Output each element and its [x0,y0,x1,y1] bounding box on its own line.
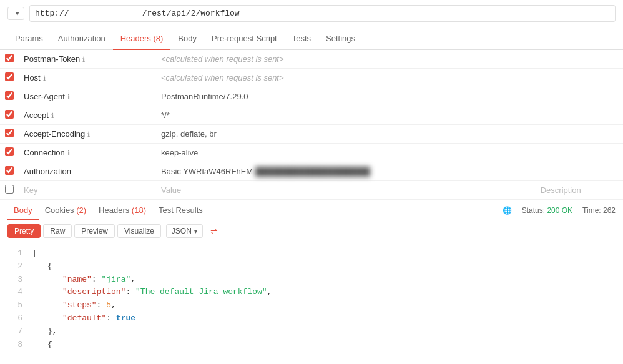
header-desc-cell [536,69,623,87]
response-tab-test-results[interactable]: Test Results [152,200,209,220]
line-number: 8 [5,338,22,352]
header-row: Acceptℹ*/* [0,106,623,125]
method-select[interactable]: ▾ [7,7,24,20]
tab-params[interactable]: Params [7,27,51,49]
line-number: 5 [5,299,22,312]
line-content: "default": true [32,312,618,325]
header-row: Postman-Tokenℹ<calculated when request i… [0,50,623,69]
info-icon: ℹ [87,130,90,138]
header-value-cell: gzip, deflate, br [156,125,536,144]
info-icon: ℹ [43,74,46,82]
headers-section: Postman-Tokenℹ<calculated when request i… [0,50,623,200]
header-row: Hostℹ<calculated when request is sent> [0,69,623,87]
time-value: 262 [603,206,616,215]
header-value-cell: keep-alive [156,144,536,162]
header-key-cell: Authorization [19,162,156,181]
header-key-cell: Accept-Encodingℹ [19,125,156,144]
header-desc-cell [536,125,623,144]
json-chevron-icon: ▾ [194,228,197,235]
format-bar: PrettyRawPreviewVisualizeJSON ▾⇌ [0,220,623,242]
header-checkbox-2[interactable] [5,91,14,100]
header-key-cell: Postman-Tokenℹ [19,50,156,69]
header-row: AuthorizationBasic YWRtaW46RFhEM ███████… [0,162,623,181]
header-key-cell: User-Agentℹ [19,87,156,106]
response-section: BodyCookies (2)Headers (18)Test Results … [0,200,623,356]
time-label: Time: 262 [582,206,616,215]
line-content: }, [32,325,618,338]
code-line: 6"default": true [0,312,623,325]
filter-icon[interactable]: ⇌ [210,226,218,236]
header-value-cell: Basic YWRtaW46RFhEM ████████████████████ [156,162,536,181]
tab-pre-request-script[interactable]: Pre-request Script [204,27,285,49]
tab-authorization[interactable]: Authorization [51,27,113,49]
line-content: "steps": 5, [32,299,618,312]
empty-row-checkbox[interactable] [5,185,14,194]
code-line: 5"steps": 5, [0,299,623,312]
header-checkbox-1[interactable] [5,72,14,81]
header-desc-cell [536,144,623,162]
tab-tests[interactable]: Tests [285,27,318,49]
header-value-cell: */* [156,106,536,125]
code-line: 8{ [0,338,623,352]
line-number: 6 [5,312,22,325]
header-checkbox-0[interactable] [5,54,14,62]
tab-settings[interactable]: Settings [318,27,363,49]
header-desc-cell [536,106,623,125]
header-row: Connectionℹkeep-alive [0,144,623,162]
format-btn-pretty[interactable]: Pretty [7,224,41,238]
blurred-auth-value: ████████████████████ [255,167,370,176]
method-chevron-icon: ▾ [16,10,19,17]
header-desc-cell [536,87,623,106]
info-icon: ℹ [82,56,85,63]
format-btn-visualize[interactable]: Visualize [117,224,161,238]
header-empty-row: Key Value Description [0,181,623,200]
globe-icon: 🌐 [503,206,512,215]
line-content: "description": "The default Jira workflo… [32,286,618,299]
header-checkbox-5[interactable] [5,147,14,156]
response-tab-cookies[interactable]: Cookies (2) [39,200,92,220]
header-value-cell: PostmanRuntime/7.29.0 [156,87,536,106]
line-number: 1 [5,247,22,260]
headers-table: Postman-Tokenℹ<calculated when request i… [0,50,623,200]
code-line: 1[ [0,247,623,260]
format-btn-preview[interactable]: Preview [74,224,115,238]
header-checkbox-3[interactable] [5,110,14,119]
desc-placeholder: Description [541,185,581,195]
value-placeholder: Value [161,185,181,195]
code-line: 2{ [0,260,623,273]
status-info: 🌐 Status: 200 OK Time: 262 [503,206,616,215]
json-format-label: JSON [172,227,192,235]
response-tab-body[interactable]: Body [7,200,39,220]
tab-headers[interactable]: Headers (8) [113,27,171,49]
response-tabs-bar: BodyCookies (2)Headers (18)Test Results … [0,200,623,220]
url-bar: ▾ [0,0,623,27]
header-value-cell: <calculated when request is sent> [156,69,536,87]
header-desc-cell [536,162,623,181]
header-row: User-AgentℹPostmanRuntime/7.29.0 [0,87,623,106]
response-tab-headers[interactable]: Headers (18) [92,200,152,220]
header-key-cell: Hostℹ [19,69,156,87]
format-btn-raw[interactable]: Raw [43,224,72,238]
line-content: [ [32,247,618,260]
line-content: "name": "jira", [32,273,618,287]
url-input[interactable] [29,5,616,22]
status-value: 200 OK [547,206,572,215]
header-value-cell: <calculated when request is sent> [156,50,536,69]
header-desc-cell [536,50,623,69]
header-checkbox-4[interactable] [5,129,14,137]
line-content: { [32,338,618,352]
status-label: Status: 200 OK [522,206,572,215]
code-line: 3"name": "jira", [0,273,623,287]
code-line: 4"description": "The default Jira workfl… [0,286,623,299]
tab-body[interactable]: Body [170,27,204,49]
line-number: 7 [5,325,22,338]
info-icon: ℹ [67,149,70,157]
code-area: 1[2{3"name": "jira",4"description": "The… [0,242,623,356]
header-checkbox-6[interactable] [5,166,14,175]
header-key-cell: Connectionℹ [19,144,156,162]
code-line: 7}, [0,325,623,338]
json-format-select[interactable]: JSON ▾ [166,224,203,238]
header-row: Accept-Encodingℹgzip, deflate, br [0,125,623,144]
request-tabs: ParamsAuthorizationHeaders (8)BodyPre-re… [0,27,623,50]
header-key-cell: Acceptℹ [19,106,156,125]
